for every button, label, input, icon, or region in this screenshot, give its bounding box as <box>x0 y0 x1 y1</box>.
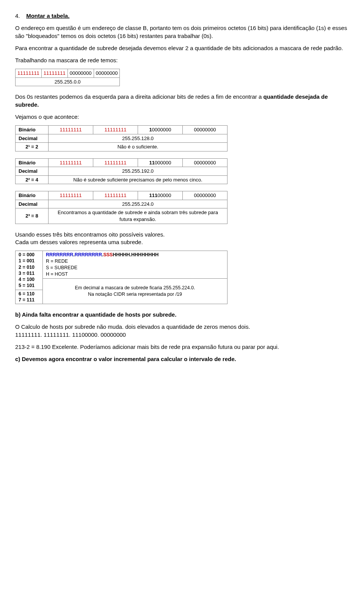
bit-prefix: 11 <box>149 160 155 166</box>
legend-s: SSS <box>103 252 113 257</box>
subnet-table-3: Binário 11111111 11111111 11100000 00000… <box>15 191 228 224</box>
text-line: O Calculo de hosts por subrede não muda.… <box>15 323 250 330</box>
paragraph: Usando esses três bits encontramos oito … <box>15 231 349 246</box>
text-line: Em decimal a mascara de subrede ficaria … <box>75 285 195 290</box>
octet: 11111111 <box>49 191 93 200</box>
legend-r2: RRRRRRRR <box>75 252 102 257</box>
row-label: Decimal <box>16 200 49 208</box>
legend-cell: RRRRRRRR.RRRRRRRR.SSSHHHHH.HHHHHHHH R = … <box>43 251 228 279</box>
octet: 11111111 <box>49 126 93 134</box>
bit-prefix: 1 <box>149 127 152 133</box>
mask-octet-3: 00000000 <box>67 69 94 78</box>
heading-number: 4. <box>15 13 20 19</box>
octet: 11111111 <box>93 126 138 134</box>
paragraph: Vejamos o que acontece: <box>15 113 349 121</box>
bit-rest: 00000 <box>157 192 171 198</box>
octet: 11111111 <box>93 158 138 167</box>
row-label: Binário <box>16 126 49 134</box>
decimal-value: 255.255.224.0 <box>49 200 228 208</box>
bit-rest: 0000000 <box>152 127 171 133</box>
subnet-table-2: Binário 11111111 11111111 11000000 00000… <box>15 158 228 185</box>
list-item: 5 = 101 <box>19 283 35 288</box>
power-label: 2² = 4 <box>16 175 49 184</box>
legend-note: Em decimal a mascara de subrede ficaria … <box>43 278 228 304</box>
bit-rest: 000000 <box>155 160 171 166</box>
legend-line: R = REDE <box>46 259 68 264</box>
heading-title: Montar a tabela. <box>26 13 69 19</box>
value-list: 0 = 000 1 = 001 2 = 010 3 = 011 4 = 100 … <box>16 251 43 290</box>
table-row: 11111111 11111111 00000000 00000000 <box>16 69 120 78</box>
paragraph: 213-2 = 8.190 Excelente. Poderíamos adic… <box>15 343 349 351</box>
table-row: Binário 11111111 11111111 11000000 00000… <box>16 158 228 167</box>
table-row: Binário 11111111 11111111 11100000 00000… <box>16 191 228 200</box>
paragraph: Para encontrar a quantidade de subrede d… <box>15 44 349 52</box>
mask-octet-2: 11111111 <box>41 69 67 78</box>
text-span: Dos 0s restantes podemos da esquerda par… <box>15 93 264 100</box>
mask-table: 11111111 11111111 00000000 00000000 255.… <box>15 69 120 86</box>
legend-h2: HHHHHHHH <box>131 252 158 257</box>
table-row: Decimal 255.255.128.0 <box>16 134 228 143</box>
octet: 11111111 <box>93 191 138 200</box>
row-label: Binário <box>16 191 49 200</box>
list-item: 2 = 010 <box>19 265 35 270</box>
decimal-value: 255.255.128.0 <box>49 134 228 143</box>
note: Não é o suficiente. <box>49 143 228 151</box>
paragraph: O Calculo de hosts por subrede não muda.… <box>15 323 349 339</box>
text-line: Usando esses três bits encontramos oito … <box>15 231 165 238</box>
table-row: Em decimal a mascara de subrede ficaria … <box>16 278 228 290</box>
power-label: 2³ = 8 <box>16 208 49 224</box>
octet: 11100000 <box>138 191 182 200</box>
octet: 00000000 <box>182 126 227 134</box>
value-list-bottom: 6 = 110 7 = 111 <box>16 290 43 304</box>
row-label: Binário <box>16 158 49 167</box>
table-row: 2¹ = 2 Não é o suficiente. <box>16 143 228 151</box>
table-row: 2³ = 8 Encontramos a quantidade de subre… <box>16 208 228 224</box>
heading-4: 4. Montar a tabela. <box>15 12 349 20</box>
octet: 00000000 <box>182 158 227 167</box>
paragraph: Trabalhando na mascara de rede temos: <box>15 57 349 64</box>
table-row: Decimal 255.255.192.0 <box>16 167 228 176</box>
table-row: Decimal 255.255.224.0 <box>16 200 228 208</box>
paragraph: Dos 0s restantes podemos da esquerda par… <box>15 93 349 109</box>
legend-line: H = HOST <box>46 271 68 277</box>
list-item: 4 = 100 <box>19 277 35 282</box>
heading-b: b) Ainda falta encontrar a quantidade de… <box>15 311 349 319</box>
bit-prefix: 111 <box>149 192 158 198</box>
note: Não é subrede suficiente precisamos de p… <box>49 175 228 184</box>
list-item: 1 = 001 <box>19 258 35 263</box>
power-label: 2¹ = 2 <box>16 143 49 151</box>
note: Encontramos a quantidade de subrede e ai… <box>49 208 228 224</box>
table-row: 0 = 000 1 = 001 2 = 010 3 = 011 4 = 100 … <box>16 251 228 279</box>
list-item: 6 = 110 <box>19 291 35 297</box>
values-table: 0 = 000 1 = 001 2 = 010 3 = 011 4 = 100 … <box>15 251 228 304</box>
mask-decimal: 255.255.0.0 <box>16 77 120 86</box>
text-line: Na notação CIDR seria representada por /… <box>88 292 182 297</box>
legend-h1: HHHHH <box>113 252 130 257</box>
octet: 10000000 <box>138 126 182 134</box>
mask-octet-4: 00000000 <box>94 69 120 78</box>
heading-c: c) Devemos agora encontrar o valor incre… <box>15 355 349 363</box>
octet: 11111111 <box>49 158 93 167</box>
decimal-value: 255.255.192.0 <box>49 167 228 176</box>
list-item: 0 = 000 <box>19 252 35 257</box>
row-label: Decimal <box>16 167 49 176</box>
legend-r: RRRRRRRR <box>46 252 73 257</box>
list-item: 7 = 111 <box>19 297 35 303</box>
table-row: 2² = 4 Não é subrede suficiente precisam… <box>16 175 228 184</box>
text-line: Cada um desses valores representa uma su… <box>15 239 143 245</box>
table-row: Binário 11111111 11111111 10000000 00000… <box>16 126 228 134</box>
legend-line: S = SUBREDE <box>46 265 77 270</box>
list-item: 3 = 011 <box>19 271 35 276</box>
subnet-table-1: Binário 11111111 11111111 10000000 00000… <box>15 125 228 151</box>
octet: 11000000 <box>138 158 182 167</box>
text-line: 11111111. 11111111. 11100000. 00000000 <box>15 331 126 338</box>
octet: 00000000 <box>182 191 227 200</box>
paragraph: O endereço em questão é um endereço de c… <box>15 24 349 40</box>
row-label: Decimal <box>16 134 49 143</box>
table-row: 255.255.0.0 <box>16 77 120 86</box>
mask-octet-1: 11111111 <box>16 69 42 78</box>
